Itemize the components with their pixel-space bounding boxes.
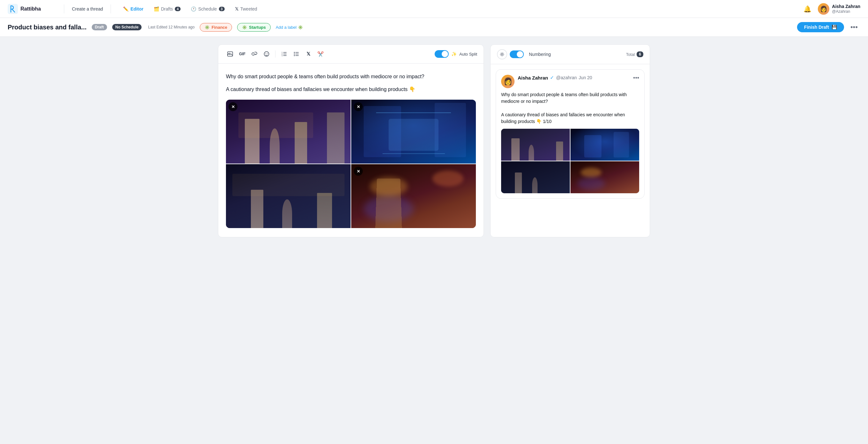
- add-label-text: Add a label: [276, 25, 297, 30]
- logo[interactable]: Rattibha: [8, 4, 59, 14]
- tab-drafts[interactable]: 🗂️ Drafts 4: [149, 4, 185, 13]
- svg-point-4: [266, 53, 266, 54]
- remove-image-4-button[interactable]: ✕: [354, 167, 363, 176]
- tweet-avatar: 👩: [501, 75, 515, 88]
- svg-text:3.: 3.: [282, 55, 283, 57]
- tab-drafts-label: Drafts: [161, 6, 173, 11]
- tab-editor[interactable]: ✏️ Editor: [119, 4, 148, 13]
- thread-title: Product biases and falla...: [8, 24, 87, 31]
- editor-text: Why do smart product people & teams ofte…: [226, 72, 476, 93]
- tweet-image-1: [501, 129, 570, 161]
- auto-split-label: Auto Split: [459, 52, 477, 57]
- top-nav: Rattibha Create a thread ✏️ Editor 🗂️ Dr…: [0, 0, 868, 18]
- verified-icon: ✓: [550, 75, 554, 81]
- nav-right: 🔔 👩 Aisha Zahran @Azahran: [803, 3, 860, 15]
- startups-label-text: Startups: [249, 25, 266, 30]
- numbering-toggle[interactable]: [510, 51, 524, 58]
- tweet-image-4: [570, 161, 639, 193]
- tweet-body-line2: A cautionary thread of biases and fallac…: [501, 112, 639, 125]
- total-label: Total: [626, 52, 635, 57]
- editor-line-1: Why do smart product people & teams ofte…: [226, 72, 476, 81]
- draft-badge[interactable]: Draft: [92, 24, 107, 30]
- tab-schedule[interactable]: 🕐 Schedule 3: [186, 4, 229, 13]
- create-thread-label: Create a thread: [69, 6, 105, 11]
- tweet-user-name: Aisha Zahran: [518, 75, 548, 81]
- image-cell-2: ✕: [351, 100, 476, 163]
- secondbar-right: Finish Draft 💾 •••: [797, 22, 860, 33]
- no-schedule-badge[interactable]: No Schedule: [112, 24, 142, 30]
- ordered-list-button[interactable]: 1.2.3.: [279, 49, 289, 59]
- add-label-icon: ✳️: [298, 25, 303, 30]
- user-name: Aisha Zahran: [832, 4, 860, 9]
- tweet-user-info: Aisha Zahran ✓ @azahran Jun 20: [518, 75, 630, 81]
- toolbar-media-group: GIF: [225, 49, 272, 59]
- drafts-badge: 4: [175, 7, 181, 11]
- avatar: 👩: [818, 3, 829, 15]
- finish-draft-label: Finish Draft: [804, 25, 829, 30]
- last-edited-label: Last Edited 12 Minutes ago: [148, 25, 194, 29]
- total-count-badge: 6: [637, 52, 643, 57]
- tab-tweeted[interactable]: 𝕏 Tweeted: [230, 4, 262, 13]
- remove-image-1-button[interactable]: ✕: [228, 102, 238, 111]
- image-cell-1: ✕: [226, 100, 350, 163]
- twitter-x-icon: 𝕏: [235, 6, 239, 11]
- numbering-label: Numbering: [529, 52, 551, 57]
- editor-images-grid: ✕ ✕: [226, 100, 476, 228]
- tweet-body: Why do smart product people & teams ofte…: [501, 91, 639, 125]
- art-room-1: [226, 100, 350, 163]
- wand-icon: ✨: [451, 52, 457, 57]
- finance-label-text: Finance: [212, 25, 227, 30]
- schedule-badge: 3: [219, 7, 225, 11]
- auto-split-toggle[interactable]: [435, 50, 449, 58]
- more-options-button[interactable]: •••: [848, 22, 860, 33]
- tweet-card: 👩 Aisha Zahran ✓ @azahran Jun 20 ••• Why…: [496, 69, 645, 199]
- art-room-2: [351, 100, 476, 163]
- tweet-more-button[interactable]: •••: [633, 75, 639, 82]
- tab-editor-label: Editor: [130, 6, 143, 11]
- user-info: Aisha Zahran @Azahran: [832, 4, 860, 14]
- secondbar: Product biases and falla... Draft No Sch…: [0, 18, 868, 37]
- user-handle: @Azahran: [832, 9, 860, 14]
- nav-divider-2: [111, 4, 111, 13]
- tweet-image-2: [570, 129, 639, 161]
- tweet-body-line1: Why do smart product people & teams ofte…: [501, 91, 639, 105]
- gif-button[interactable]: GIF: [237, 49, 248, 59]
- main-content: GIF 1.2.3. 𝕏 ✂️: [210, 37, 658, 245]
- svg-point-14: [294, 55, 295, 56]
- remove-image-2-button[interactable]: ✕: [354, 102, 363, 111]
- editor-content[interactable]: Why do smart product people & teams ofte…: [218, 64, 484, 237]
- tab-schedule-label: Schedule: [198, 6, 217, 11]
- drafts-icon: 🗂️: [154, 6, 159, 11]
- emoji-button[interactable]: [261, 49, 272, 59]
- link-button[interactable]: [249, 49, 260, 59]
- editor-toolbar: GIF 1.2.3. 𝕏 ✂️: [218, 45, 484, 64]
- scissors-button[interactable]: ✂️: [315, 49, 326, 59]
- svg-point-13: [294, 54, 295, 55]
- image-upload-button[interactable]: [225, 49, 236, 59]
- finish-draft-button[interactable]: Finish Draft 💾: [797, 22, 844, 32]
- twitter-format-button[interactable]: 𝕏: [303, 49, 314, 59]
- user-menu[interactable]: 👩 Aisha Zahran @Azahran: [818, 3, 860, 15]
- startups-label-btn[interactable]: ✳️ Startups: [237, 23, 271, 32]
- tweet-user-row: Aisha Zahran ✓ @azahran Jun 20: [518, 75, 630, 81]
- editor-panel: GIF 1.2.3. 𝕏 ✂️: [218, 44, 484, 237]
- tweet-header: 👩 Aisha Zahran ✓ @azahran Jun 20 •••: [501, 75, 639, 88]
- finance-label-btn[interactable]: ✳️ Finance: [200, 23, 232, 32]
- save-icon: 💾: [832, 25, 837, 30]
- toolbar-format-group: 1.2.3. 𝕏 ✂️: [279, 49, 326, 59]
- nav-divider: [64, 4, 64, 13]
- tweet-date: Jun 20: [579, 75, 592, 80]
- tweet-handle: @azahran: [556, 75, 577, 80]
- toolbar-right: ✨ Auto Split: [435, 50, 477, 58]
- nav-tabs: ✏️ Editor 🗂️ Drafts 4 🕐 Schedule 3 𝕏 Twe…: [119, 4, 261, 13]
- unordered-list-button[interactable]: [291, 49, 302, 59]
- editor-line-2: A cautionary thread of biases and fallac…: [226, 85, 476, 94]
- svg-point-12: [294, 52, 295, 53]
- finance-icon: ✳️: [205, 25, 210, 30]
- toolbar-divider-1: [275, 51, 276, 58]
- preview-settings-button[interactable]: [497, 49, 507, 59]
- svg-point-5: [267, 53, 268, 54]
- notification-bell-icon[interactable]: 🔔: [803, 5, 811, 13]
- add-label-btn[interactable]: Add a label ✳️: [276, 25, 303, 30]
- tweet-images-grid: [501, 129, 639, 193]
